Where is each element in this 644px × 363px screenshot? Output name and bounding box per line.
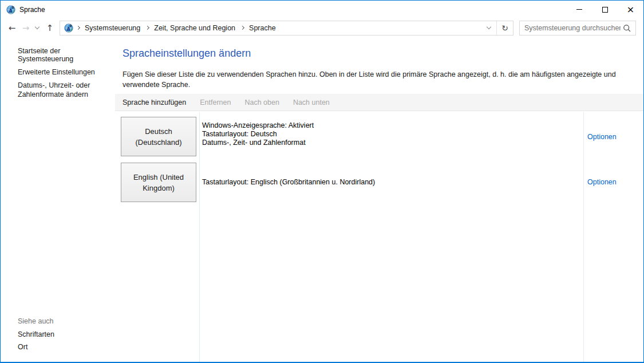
- forward-icon: →: [22, 23, 30, 33]
- sidebar-item-fonts[interactable]: Schriftarten: [18, 330, 54, 338]
- address-bar[interactable]: Systemsteuerung Zeit, Sprache und Region…: [60, 21, 513, 35]
- list-column-divider: [583, 112, 584, 362]
- move-down-button[interactable]: Nach unten: [293, 98, 330, 106]
- minimize-icon: [576, 9, 582, 10]
- sidebar-item-control-panel-home[interactable]: Startseite der Systemsteuerung: [18, 47, 115, 63]
- breadcrumb-item-sprache[interactable]: Sprache: [247, 24, 278, 32]
- see-also-header: Siehe auch: [18, 317, 54, 325]
- detail-line: Tastaturlayout: Englisch (Großbritannien…: [202, 178, 375, 187]
- breadcrumb-chevron-icon[interactable]: [73, 21, 82, 35]
- content-area: Startseite der Systemsteuerung Erweitert…: [1, 37, 643, 362]
- refresh-button[interactable]: ↻: [497, 21, 513, 35]
- address-dropdown-button[interactable]: [481, 21, 496, 35]
- forward-button[interactable]: →: [19, 21, 33, 35]
- language-icon: [6, 5, 15, 14]
- sidebar-item-location[interactable]: Ort: [18, 343, 27, 351]
- language-details-english: Tastaturlayout: Englisch (Großbritannien…: [202, 178, 375, 187]
- sidebar-item-advanced-settings[interactable]: Erweiterte Einstellungen: [18, 68, 115, 76]
- navigation-bar: ← → ↑ Systemsteuerung Zeit, Sprache und …: [1, 18, 643, 37]
- add-language-button[interactable]: Sprache hinzufügen: [123, 98, 186, 106]
- minimize-button[interactable]: [566, 1, 592, 18]
- refresh-icon: ↻: [501, 23, 508, 33]
- up-button[interactable]: ↑: [43, 21, 57, 35]
- detail-line: Tastaturlayout: Deutsch: [202, 130, 314, 139]
- chevron-down-icon: [34, 25, 39, 29]
- page-title: Spracheinstellungen ändern: [123, 48, 251, 60]
- breadcrumb-item-zeit-sprache-region[interactable]: Zeit, Sprache und Region: [152, 24, 238, 32]
- language-tile-english[interactable]: English (United Kingdom): [121, 163, 196, 202]
- language-icon: [64, 23, 73, 33]
- detail-line: Windows-Anzeigesprache: Aktiviert: [202, 121, 314, 130]
- window-title: Sprache: [19, 6, 45, 14]
- language-list-toolbar: Sprache hinzufügen Entfernen Nach oben N…: [115, 94, 643, 111]
- sidebar-item-change-formats[interactable]: Datums-, Uhrzeit- oder Zahlenformate änd…: [18, 81, 109, 99]
- detail-line: Datums-, Zeit- und Zahlenformat: [202, 139, 314, 147]
- recent-pages-button[interactable]: [33, 21, 41, 35]
- page-description: Fügen Sie dieser Liste die zu verwendend…: [123, 69, 639, 90]
- maximize-button[interactable]: [592, 1, 618, 18]
- title-bar: Sprache ×: [1, 1, 643, 18]
- search-icon[interactable]: [623, 24, 631, 32]
- language-details-deutsch: Windows-Anzeigesprache: Aktiviert Tastat…: [202, 121, 314, 147]
- options-link-english[interactable]: Optionen: [587, 178, 617, 186]
- chevron-down-icon: [487, 25, 491, 29]
- back-button[interactable]: ←: [5, 21, 19, 35]
- remove-language-button[interactable]: Entfernen: [200, 98, 231, 106]
- breadcrumb-chevron-icon[interactable]: [238, 21, 247, 35]
- language-control-panel-window: Sprache × ← → ↑ Systemsteuerung Zeit, Sp…: [0, 0, 644, 363]
- move-up-button[interactable]: Nach oben: [244, 98, 279, 106]
- breadcrumb-chevron-icon[interactable]: [143, 21, 152, 35]
- maximize-icon: [602, 7, 608, 13]
- close-icon: ×: [627, 5, 634, 14]
- up-icon: ↑: [46, 23, 54, 33]
- back-icon: ←: [9, 23, 16, 33]
- window-controls: ×: [566, 1, 643, 18]
- list-column-divider: [199, 112, 200, 362]
- language-tile-deutsch[interactable]: Deutsch (Deutschland): [121, 117, 196, 156]
- search-input[interactable]: [524, 24, 621, 32]
- options-link-deutsch[interactable]: Optionen: [587, 133, 617, 141]
- close-button[interactable]: ×: [618, 1, 643, 18]
- breadcrumb-item-systemsteuerung[interactable]: Systemsteuerung: [82, 24, 143, 32]
- search-box[interactable]: [519, 21, 636, 35]
